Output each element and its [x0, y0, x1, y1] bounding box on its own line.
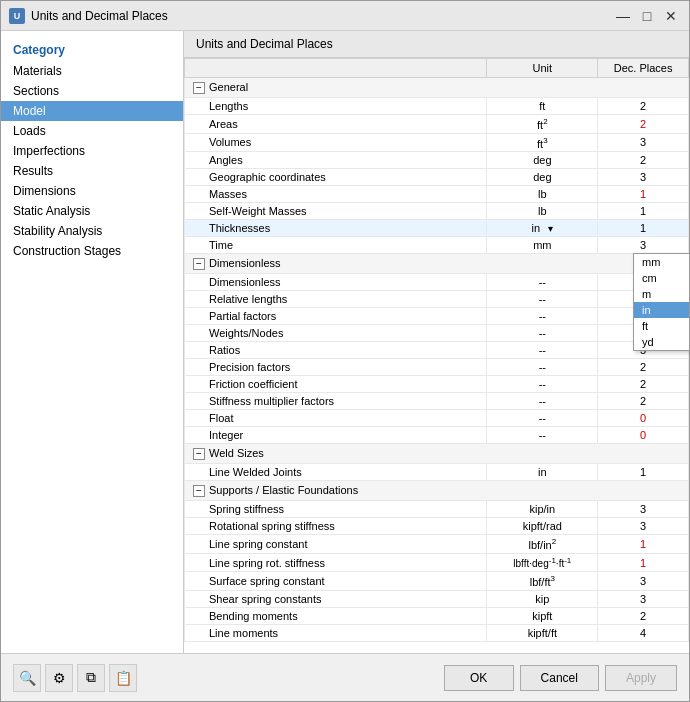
table-row: Precision factors -- 2: [185, 359, 689, 376]
table-row-thicknesses: Thicknesses in ▾ 1: [185, 220, 689, 237]
section-supports: −Supports / Elastic Foundations: [185, 481, 689, 501]
table-row: Stiffness multiplier factors -- 2: [185, 393, 689, 410]
table-row: Lengths ft 2: [185, 98, 689, 115]
search-icon-button[interactable]: 🔍: [13, 664, 41, 692]
section-weld-sizes: −Weld Sizes: [185, 444, 689, 464]
table-row: Bending moments kipft 2: [185, 607, 689, 624]
apply-button[interactable]: Apply: [605, 665, 677, 691]
bottom-toolbar: 🔍 ⚙ ⧉ 📋: [13, 664, 444, 692]
table-row: Line moments kipft/ft 4: [185, 624, 689, 641]
paste-icon-button[interactable]: 📋: [109, 664, 137, 692]
ok-button[interactable]: OK: [444, 665, 514, 691]
sidebar-item-dimensions[interactable]: Dimensions: [1, 181, 183, 201]
table-row: Self-Weight Masses lb 1: [185, 203, 689, 220]
table-row: Shear spring constants kip 3: [185, 590, 689, 607]
table-row: Areas ft2 2: [185, 115, 689, 134]
sidebar-item-materials[interactable]: Materials: [1, 61, 183, 81]
col-header-unit: Unit: [487, 59, 598, 78]
sidebar-category-label: Category: [1, 39, 183, 61]
section-toggle-weld[interactable]: −: [193, 448, 205, 460]
section-dimensionless: −Dimensionless: [185, 254, 689, 274]
dropdown-option-m[interactable]: m: [634, 286, 689, 302]
thicknesses-unit-dropdown[interactable]: in ▾: [487, 220, 597, 236]
window-icon: U: [9, 8, 25, 24]
minimize-button[interactable]: —: [613, 6, 633, 26]
table-row: Line spring rot. stiffness lbfft·deg-1·f…: [185, 553, 689, 571]
maximize-button[interactable]: □: [637, 6, 657, 26]
sidebar-item-results[interactable]: Results: [1, 161, 183, 181]
table-row: Ratios -- 3: [185, 342, 689, 359]
sidebar-item-construction-stages[interactable]: Construction Stages: [1, 241, 183, 261]
table-row: Rotational spring stiffness kipft/rad 3: [185, 518, 689, 535]
unit-dropdown-menu[interactable]: mm cm m in ft yd: [633, 253, 689, 351]
close-button[interactable]: ✕: [661, 6, 681, 26]
sidebar-item-imperfections[interactable]: Imperfections: [1, 141, 183, 161]
table-row: Line Welded Joints in 1: [185, 464, 689, 481]
cancel-button[interactable]: Cancel: [520, 665, 599, 691]
content-area: Category Materials Sections Model Loads …: [1, 31, 689, 653]
sidebar-item-loads[interactable]: Loads: [1, 121, 183, 141]
table-row: Integer -- 0: [185, 427, 689, 444]
col-header-name: [185, 59, 487, 78]
table-row: Geographic coordinates deg 3: [185, 169, 689, 186]
dropdown-option-mm[interactable]: mm: [634, 254, 689, 270]
main-window: U Units and Decimal Places — □ ✕ Categor…: [0, 0, 690, 702]
table-row: Float -- 0: [185, 410, 689, 427]
section-toggle-dimensionless[interactable]: −: [193, 258, 205, 270]
table-row: Spring stiffness kip/in 3: [185, 501, 689, 518]
sidebar-item-model[interactable]: Model: [1, 101, 183, 121]
dropdown-option-in[interactable]: in: [634, 302, 689, 318]
dropdown-option-yd[interactable]: yd: [634, 334, 689, 350]
window-title: Units and Decimal Places: [31, 9, 613, 23]
data-table: Unit Dec. Places −General Lengths: [184, 58, 689, 642]
section-toggle-general[interactable]: −: [193, 82, 205, 94]
table-row: Relative lengths -- 2: [185, 291, 689, 308]
table-row: Masses lb 1: [185, 186, 689, 203]
table-row: Surface spring constant lbf/ft3 3: [185, 572, 689, 591]
table-row: Partial factors -- 2: [185, 308, 689, 325]
panel-header: Units and Decimal Places: [184, 31, 689, 58]
section-toggle-supports[interactable]: −: [193, 485, 205, 497]
table-row: Dimensionless -- 2: [185, 274, 689, 291]
dropdown-option-ft[interactable]: ft: [634, 318, 689, 334]
table-row: Friction coefficient -- 2: [185, 376, 689, 393]
table-row: Weights/Nodes -- 3: [185, 325, 689, 342]
dropdown-option-cm[interactable]: cm: [634, 270, 689, 286]
sidebar-item-sections[interactable]: Sections: [1, 81, 183, 101]
table-row: Time mm 3: [185, 237, 689, 254]
dialog-buttons: OK Cancel Apply: [444, 665, 677, 691]
section-general: −General: [185, 78, 689, 98]
table-container[interactable]: Unit Dec. Places −General Lengths: [184, 58, 689, 653]
dropdown-arrow-icon[interactable]: ▾: [548, 223, 553, 234]
col-header-dec: Dec. Places: [598, 59, 689, 78]
settings-icon-button[interactable]: ⚙: [45, 664, 73, 692]
bottom-bar: 🔍 ⚙ ⧉ 📋 OK Cancel Apply: [1, 653, 689, 701]
table-row: Angles deg 2: [185, 152, 689, 169]
window-controls: — □ ✕: [613, 6, 681, 26]
title-bar: U Units and Decimal Places — □ ✕: [1, 1, 689, 31]
main-panel: Units and Decimal Places Unit Dec. Place…: [184, 31, 689, 653]
sidebar-item-static-analysis[interactable]: Static Analysis: [1, 201, 183, 221]
sidebar: Category Materials Sections Model Loads …: [1, 31, 184, 653]
table-row: Line spring constant lbf/in2 1: [185, 535, 689, 554]
copy-icon-button[interactable]: ⧉: [77, 664, 105, 692]
table-row: Volumes ft3 3: [185, 133, 689, 152]
sidebar-item-stability-analysis[interactable]: Stability Analysis: [1, 221, 183, 241]
